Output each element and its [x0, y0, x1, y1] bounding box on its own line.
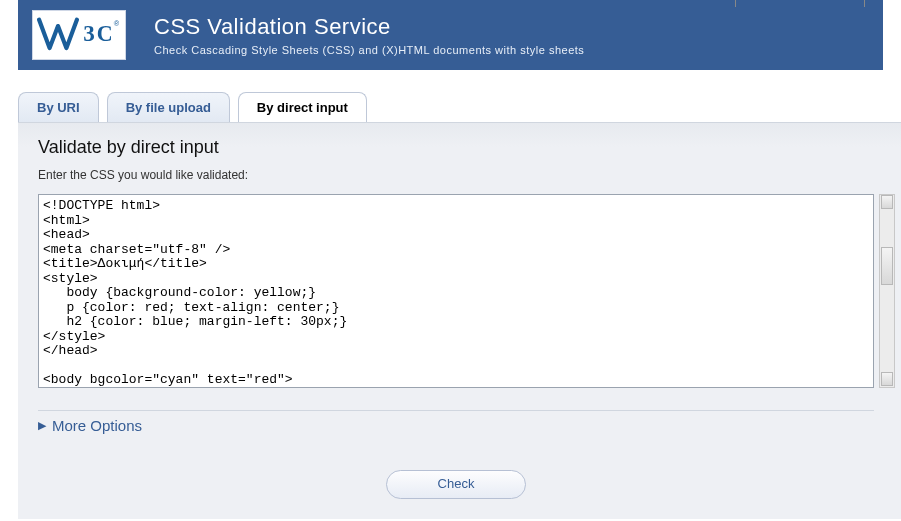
svg-text:®: ® [114, 19, 120, 28]
scroll-down-arrow[interactable] [881, 372, 893, 386]
instruction-text: Enter the CSS you would like validated: [38, 168, 877, 182]
section-title: Validate by direct input [38, 137, 877, 158]
more-options-label: More Options [52, 417, 142, 434]
top-lang-strip [735, 0, 865, 7]
banner-text: CSS Validation Service Check Cascading S… [154, 14, 584, 56]
tab-by-file-upload[interactable]: By file upload [107, 92, 230, 122]
page-root: 3 C ® CSS Validation Service Check Casca… [0, 0, 901, 521]
svg-text:3: 3 [83, 20, 95, 46]
tab-bar: By URI By file upload By direct input [0, 70, 901, 122]
scroll-up-arrow[interactable] [881, 195, 893, 209]
w3c-logo-svg: 3 C ® [37, 16, 121, 54]
page-title: CSS Validation Service [154, 14, 584, 40]
disclosure-triangle-icon: ▶ [38, 419, 46, 432]
svg-text:C: C [97, 21, 113, 46]
header-banner: 3 C ® CSS Validation Service Check Casca… [18, 0, 883, 70]
page-subtitle: Check Cascading Style Sheets (CSS) and (… [154, 44, 584, 56]
content-panel: Validate by direct input Enter the CSS y… [18, 122, 901, 519]
w3c-logo[interactable]: 3 C ® [32, 10, 126, 60]
external-scrollbar[interactable] [879, 194, 895, 388]
submit-row: Check [38, 470, 874, 499]
more-options-toggle[interactable]: ▶ More Options [38, 410, 874, 434]
css-input-textarea[interactable] [38, 194, 874, 388]
scroll-thumb[interactable] [881, 247, 893, 285]
tab-by-uri[interactable]: By URI [18, 92, 99, 122]
check-button[interactable]: Check [386, 470, 526, 499]
textarea-wrap [38, 194, 877, 392]
tab-by-direct-input[interactable]: By direct input [238, 92, 367, 122]
